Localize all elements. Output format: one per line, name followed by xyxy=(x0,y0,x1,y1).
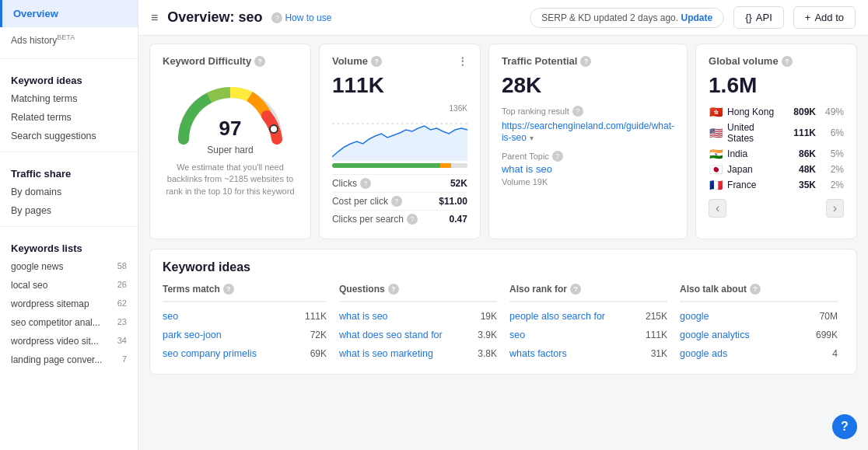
volume-more-icon[interactable]: ⋮ xyxy=(457,55,467,67)
country-row: 🇭🇰Hong Kong809K49% xyxy=(709,104,844,120)
ki-link[interactable]: what is seo xyxy=(339,311,388,322)
page-title: Overview: seo xyxy=(167,9,262,26)
ki-columns: Terms match?seo111Kpark seo-joon72Kseo c… xyxy=(163,284,844,363)
help-button[interactable]: ? xyxy=(832,414,857,439)
sidebar-item-search-suggestions[interactable]: Search suggestions xyxy=(0,127,138,145)
clicks-row: Clicks ? 52K xyxy=(332,174,467,192)
ki-row: google analytics699K xyxy=(680,326,838,344)
country-flag: 🇭🇰 xyxy=(709,107,723,117)
sidebar-section-keyword-ideas: Keyword ideas xyxy=(0,65,138,89)
cards-row: Keyword Difficulty ? xyxy=(149,44,857,239)
ki-link[interactable]: what does seo stand for xyxy=(339,330,443,340)
ki-link[interactable]: google xyxy=(680,311,709,322)
svg-text:97: 97 xyxy=(219,117,242,140)
sidebar-list-item[interactable]: google news58 xyxy=(0,257,138,276)
ki-vol: 699K xyxy=(816,330,838,340)
tp-value: 28K xyxy=(502,73,674,98)
ki-link[interactable]: park seo-joon xyxy=(163,330,222,340)
sidebar-list-item[interactable]: local seo26 xyxy=(0,276,138,295)
country-row: 🇺🇸United States111K6% xyxy=(709,120,844,146)
global-volume-card: Global volume ? 1.6M 🇭🇰Hong Kong809K49%🇺… xyxy=(695,44,857,239)
kd-help-icon[interactable]: ? xyxy=(254,56,265,67)
sidebar-item-overview[interactable]: Overview xyxy=(0,0,138,27)
gv-nav: ‹ › xyxy=(709,199,844,218)
ki-link[interactable]: seo xyxy=(509,330,525,340)
ranking-url[interactable]: https://searchengineland.com/guide/what-… xyxy=(502,120,674,143)
ki-link[interactable]: google ads xyxy=(680,348,727,359)
api-button[interactable]: {} API xyxy=(733,6,784,29)
parent-topic-label: Parent Topic ? xyxy=(502,151,674,162)
sidebar-list-item[interactable]: wordpress video sit...34 xyxy=(0,332,138,351)
sidebar-item-related-terms[interactable]: Related terms xyxy=(0,108,138,127)
col-help-icon[interactable]: ? xyxy=(570,284,581,295)
cps-row: Clicks per search ? 0.47 xyxy=(332,210,467,228)
sidebar-section-traffic-share: Traffic share xyxy=(0,159,138,183)
col-help-icon[interactable]: ? xyxy=(388,284,399,295)
gv-prev-button[interactable]: ‹ xyxy=(709,199,726,218)
cpc-help-icon[interactable]: ? xyxy=(391,196,402,207)
menu-icon[interactable]: ≡ xyxy=(151,11,158,25)
top-ranking-help-icon[interactable]: ? xyxy=(572,106,583,117)
cpc-value: $11.00 xyxy=(439,196,467,207)
gv-title: Global volume ? xyxy=(709,55,844,67)
sidebar-list-item[interactable]: seo competitor anal...23 xyxy=(0,313,138,332)
tp-title: Traffic Potential ? xyxy=(502,55,674,67)
sidebar-item-by-pages[interactable]: By pages xyxy=(0,201,138,220)
ki-link[interactable]: people also search for xyxy=(509,311,605,322)
col-help-icon[interactable]: ? xyxy=(223,284,234,295)
cps-value: 0.47 xyxy=(450,214,467,225)
country-name: Hong Kong xyxy=(727,106,780,117)
progress-green xyxy=(332,163,440,168)
cps-help-icon[interactable]: ? xyxy=(407,214,418,225)
ki-row: google70M xyxy=(680,307,838,326)
sidebar-list-item[interactable]: landing page conver...7 xyxy=(0,351,138,369)
ki-vol: 31K xyxy=(651,348,667,359)
col-help-icon[interactable]: ? xyxy=(750,284,761,295)
country-name: United States xyxy=(727,122,780,144)
clicks-help-icon[interactable]: ? xyxy=(360,178,371,189)
dropdown-icon: ▾ xyxy=(530,134,534,142)
keyword-ideas-section: Keyword ideas Terms match?seo111Kpark se… xyxy=(149,249,857,375)
country-vol: 35K xyxy=(785,180,816,190)
add-to-button[interactable]: + Add to xyxy=(793,6,856,29)
ki-link[interactable]: whats factors xyxy=(509,348,567,359)
ki-vol: 3.9K xyxy=(478,330,497,340)
country-pct: 49% xyxy=(821,106,844,117)
gv-next-button[interactable]: › xyxy=(826,199,844,218)
ki-row: what is seo19K xyxy=(339,307,497,326)
how-to-use-link[interactable]: ? How to use xyxy=(271,12,331,23)
parent-topic-link[interactable]: what is seo xyxy=(502,163,552,175)
tp-help-icon[interactable]: ? xyxy=(580,56,591,67)
country-flag: 🇮🇳 xyxy=(709,149,723,159)
ki-link[interactable]: seo xyxy=(163,311,178,322)
volume-help-icon[interactable]: ? xyxy=(371,56,382,67)
sidebar-list-item[interactable]: wordpress sitemap62 xyxy=(0,295,138,313)
progress-orange xyxy=(440,163,451,168)
sidebar-item-by-domains[interactable]: By domains xyxy=(0,183,138,201)
ki-vol: 19K xyxy=(481,311,497,322)
ki-vol: 3.8K xyxy=(478,348,497,359)
ki-link[interactable]: seo company primelis xyxy=(163,348,257,359)
ki-row: seo company primelis69K xyxy=(163,344,327,363)
country-vol: 111K xyxy=(785,127,816,138)
ki-link[interactable]: google analytics xyxy=(680,330,750,340)
country-vol: 48K xyxy=(785,164,816,175)
kd-gauge: 97 xyxy=(172,73,289,143)
sidebar-divider-3 xyxy=(0,226,138,227)
sidebar-item-ads-history[interactable]: Ads historyBETA xyxy=(0,27,138,52)
country-pct: 2% xyxy=(821,164,844,175)
question-icon: ? xyxy=(271,12,282,23)
parent-topic-help-icon[interactable]: ? xyxy=(552,151,563,162)
country-row: 🇯🇵Japan48K2% xyxy=(709,162,844,177)
update-link[interactable]: Update xyxy=(681,12,712,23)
gv-help-icon[interactable]: ? xyxy=(782,56,793,67)
sidebar-list-container: google news58local seo26wordpress sitema… xyxy=(0,257,138,369)
ki-col-header: Also talk about? xyxy=(680,284,838,302)
top-header: ≡ Overview: seo ? How to use SERP & KD u… xyxy=(138,0,868,36)
cpc-row: Cost per click ? $11.00 xyxy=(332,192,467,210)
ki-link[interactable]: what is seo marketing xyxy=(339,348,433,359)
ki-vol: 69K xyxy=(310,348,327,359)
sidebar-item-matching-terms[interactable]: Matching terms xyxy=(0,89,138,108)
sidebar-divider-1 xyxy=(0,58,138,59)
main-content: ≡ Overview: seo ? How to use SERP & KD u… xyxy=(138,0,868,450)
